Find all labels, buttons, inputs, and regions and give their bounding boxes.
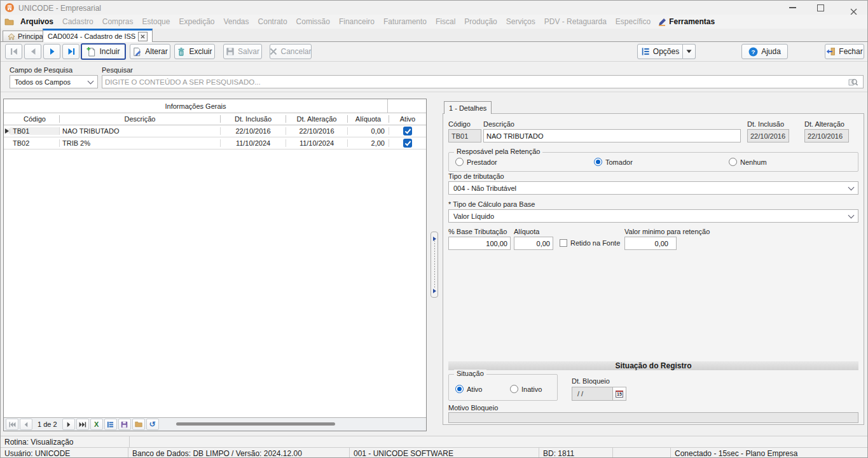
- radio-ativo-label: Ativo: [467, 385, 482, 393]
- horizontal-scrollbar-thumb[interactable]: [176, 422, 335, 426]
- fechar-button[interactable]: Fechar: [825, 44, 864, 59]
- checkbox-checked-icon[interactable]: [403, 127, 412, 135]
- dt-inclusao-label: Dt. Inclusão: [747, 120, 784, 128]
- search-magnifier-icon: [848, 78, 858, 88]
- calendar-button[interactable]: 15: [612, 387, 626, 400]
- checkbox-checked-icon[interactable]: [403, 139, 412, 148]
- valor-minimo-label: Valor minimo para retenção: [624, 228, 710, 235]
- menu-item-vendas[interactable]: Vendas: [224, 17, 249, 26]
- dt-inclusao-field: [747, 129, 789, 142]
- col-header-ativo[interactable]: Ativo: [389, 115, 426, 123]
- cell-dt-inclusao: 11/10/2024: [221, 139, 286, 147]
- menu-item-compras[interactable]: Compras: [102, 17, 134, 26]
- export-excel-icon[interactable]: X: [90, 419, 103, 430]
- pesquisar-label: Pesquisar: [102, 66, 133, 74]
- tipo-calculo-select[interactable]: Valor Líquido: [448, 209, 858, 223]
- help-icon: ?: [748, 47, 758, 57]
- menu-item-especifico[interactable]: Específico: [616, 17, 651, 26]
- close-button[interactable]: [850, 8, 857, 15]
- cell-descricao: TRIB 2%: [60, 139, 221, 147]
- nav-next-button[interactable]: [43, 44, 60, 59]
- menu-item-contrato[interactable]: Contrato: [258, 17, 287, 26]
- descricao-field[interactable]: [483, 129, 741, 142]
- nav-prev-button: [24, 44, 41, 59]
- folder-icon: [4, 18, 14, 25]
- table-row[interactable]: TB01 NAO TRIBUTADO 22/10/2016 22/10/2016…: [4, 125, 426, 137]
- radio-nenhum[interactable]: Nenhum: [729, 158, 767, 166]
- radio-ativo[interactable]: Ativo: [455, 385, 482, 393]
- chevron-down-icon: [848, 212, 855, 218]
- grid-column-headers: Código Descrição Dt. Inclusão Dt. Altera…: [4, 113, 426, 125]
- aliquota-field[interactable]: [514, 237, 553, 250]
- col-header-descricao[interactable]: Descrição: [60, 115, 221, 123]
- menu-item-faturamento[interactable]: Faturamento: [383, 17, 427, 26]
- menu-item-pdv-retaguarda[interactable]: PDV - Retaguarda: [544, 17, 607, 26]
- status-bd: BD: 1811: [539, 448, 617, 458]
- status-bar-row2: Usuário: UNICODE Banco de Dados: DB LIMP…: [1, 447, 867, 458]
- opcoes-button[interactable]: Opções: [637, 44, 683, 59]
- radio-prestador[interactable]: Prestador: [455, 158, 497, 166]
- grid-navigator: 1 de 2 X ↺: [4, 417, 426, 431]
- menu-item-comissao[interactable]: Comissão: [296, 17, 330, 26]
- pager-next-icon[interactable]: [62, 419, 75, 430]
- menu-item-cadastro[interactable]: Cadastro: [62, 17, 93, 26]
- fechar-label: Fechar: [839, 47, 862, 56]
- cancel-x-icon: [270, 48, 277, 55]
- radio-icon: [510, 385, 518, 393]
- menu-item-ferramentas[interactable]: Ferramentas: [669, 17, 715, 26]
- status-bar-row1: Rotina: Visualização: [1, 436, 867, 447]
- grid-config-icon[interactable]: [104, 419, 117, 430]
- menu-item-estoque[interactable]: Estoque: [142, 17, 170, 26]
- save-layout-icon[interactable]: [118, 419, 131, 430]
- menu-item-expedicao[interactable]: Expedição: [179, 17, 214, 26]
- toolbar: Incluir Alterar Excluir Salvar Cancelar: [1, 42, 867, 61]
- radio-tomador[interactable]: Tomador: [594, 158, 633, 166]
- excluir-label: Excluir: [189, 47, 212, 56]
- cell-aliquota: 0,00: [348, 127, 389, 135]
- trash-icon: [177, 47, 186, 57]
- opcoes-dropdown-arrow[interactable]: [683, 44, 696, 59]
- calendar-icon: 15: [616, 391, 623, 398]
- retido-checkbox[interactable]: Retido na Fonte: [560, 239, 620, 247]
- options-tree-icon: [641, 47, 650, 56]
- menu-item-servicos[interactable]: Serviços: [506, 17, 535, 26]
- menu-item-financeiro[interactable]: Financeiro: [339, 17, 375, 26]
- col-header-aliquota[interactable]: Alíquota: [348, 115, 389, 123]
- incluir-button[interactable]: Incluir: [81, 43, 126, 60]
- menu-item-fiscal[interactable]: Fiscal: [436, 17, 455, 26]
- refresh-icon[interactable]: ↺: [146, 419, 159, 430]
- cell-descricao: NAO TRIBUTADO: [60, 127, 221, 135]
- pager-last-icon[interactable]: [76, 419, 89, 430]
- menu-item-producao[interactable]: Produção: [464, 17, 497, 26]
- excluir-button[interactable]: Excluir: [174, 44, 215, 59]
- minimize-button[interactable]: [789, 7, 796, 8]
- pager-position: 1 de 2: [38, 420, 57, 428]
- alterar-button[interactable]: Alterar: [130, 44, 170, 59]
- tipo-tributacao-select[interactable]: 004 - Não Tributável: [448, 181, 858, 195]
- search-input[interactable]: [102, 75, 864, 88]
- campo-pesquisa-select[interactable]: Todos os Campos: [10, 75, 98, 88]
- tab-detalhes[interactable]: 1 - Detalhes: [444, 101, 492, 114]
- radio-selected-icon: [594, 158, 602, 166]
- table-row[interactable]: TB02 TRIB 2% 11/10/2024 11/10/2024 2,00: [4, 137, 426, 149]
- radio-inativo[interactable]: Inativo: [510, 385, 542, 393]
- valor-minimo-field[interactable]: [624, 237, 677, 250]
- open-folder-icon[interactable]: [132, 419, 145, 430]
- base-tributacao-field[interactable]: [448, 237, 511, 250]
- col-header-dt-alteracao[interactable]: Dt. Alteração: [286, 115, 348, 123]
- tab-cad0024[interactable]: CAD0024 - Cadastro de ISS: [43, 29, 153, 42]
- row-selected-marker: [4, 128, 10, 134]
- col-header-dt-inclusao[interactable]: Dt. Inclusão: [221, 115, 286, 123]
- app-icon: [5, 3, 14, 14]
- panel-splitter[interactable]: [431, 232, 438, 298]
- menu-item-arquivos[interactable]: Arquivos: [20, 17, 53, 26]
- pager-prev-icon: [20, 419, 32, 430]
- ajuda-button[interactable]: ? Ajuda: [741, 44, 788, 59]
- nav-last-button[interactable]: [62, 44, 79, 59]
- tab-close-icon[interactable]: [138, 32, 148, 41]
- cancelar-button: Cancelar: [270, 44, 312, 59]
- retencao-group: Resposável pela Retenção Prestador Tomad…: [448, 152, 858, 172]
- retido-label: Retido na Fonte: [570, 239, 620, 247]
- col-header-codigo[interactable]: Código: [10, 115, 60, 123]
- maximize-button[interactable]: [817, 4, 824, 11]
